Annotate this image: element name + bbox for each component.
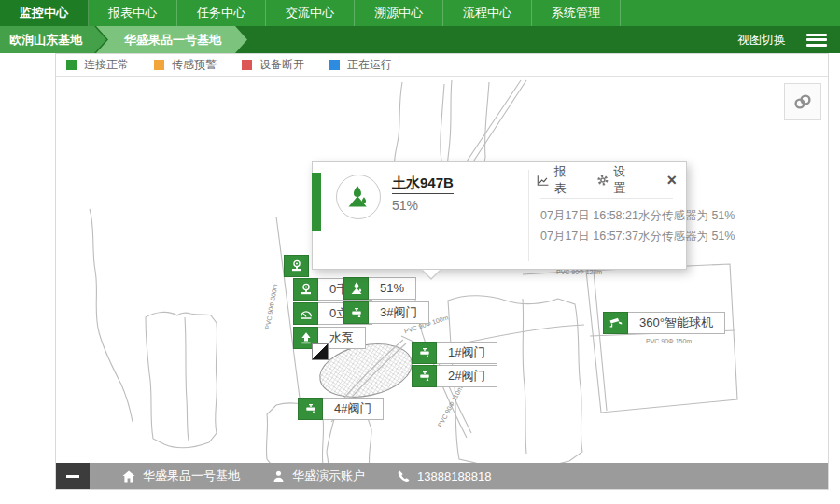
device-avatar bbox=[336, 175, 381, 219]
top-nav: 监控中心 报表中心 任务中心 交流中心 溯源中心 流程中心 系统管理 bbox=[0, 0, 840, 26]
menu-icon[interactable] bbox=[806, 34, 827, 47]
site-map[interactable]: PVC 90Φ 300m PVC 90Φ 120m PVC 90Φ 150m P… bbox=[56, 77, 828, 463]
nav-item-process-center[interactable]: 流程中心 bbox=[443, 0, 532, 26]
valve-icon bbox=[412, 342, 437, 364]
link-icon bbox=[792, 92, 813, 111]
log-line: 07月17日 16:58:21水分传感器为 51% bbox=[540, 205, 735, 226]
sensor-marker-valve3[interactable]: 3#阀门 bbox=[343, 301, 429, 324]
sensor-marker-pressure-icononly[interactable] bbox=[284, 255, 309, 277]
camera-icon bbox=[603, 312, 628, 334]
nav-item-system-manage[interactable]: 系统管理 bbox=[532, 0, 621, 26]
sensor-log: 07月17日 16:58:21水分传感器为 51% 07月17日 16:57:3… bbox=[540, 205, 735, 246]
legend-connected: 连接正常 bbox=[66, 57, 129, 73]
view-switch-button[interactable]: 视图切换 bbox=[737, 32, 786, 49]
base-info: 华盛果品一号基地 bbox=[121, 468, 240, 484]
site-map-drawing bbox=[56, 77, 828, 463]
legend-swatch-blue bbox=[329, 60, 340, 70]
sensor-label: 51% bbox=[369, 277, 416, 300]
legend-disconnected: 设备断开 bbox=[242, 57, 304, 73]
nav-item-report-center[interactable]: 报表中心 bbox=[89, 0, 177, 26]
breadcrumb-site[interactable]: 华盛果品一号基地 bbox=[96, 26, 247, 53]
valve-icon bbox=[412, 365, 437, 387]
valve-icon bbox=[298, 398, 323, 420]
phone-number: 13888188818 bbox=[417, 469, 492, 483]
home-icon bbox=[121, 469, 136, 483]
pipe-label: PVC 90Φ 120m bbox=[556, 269, 602, 275]
popup-divider bbox=[528, 170, 529, 261]
link-button[interactable] bbox=[784, 83, 821, 120]
status-bar: 华盛果品一号基地 华盛演示账户 13888188818 bbox=[56, 463, 828, 489]
actions-separator bbox=[651, 173, 651, 188]
sensor-marker-valve2[interactable]: 2#阀门 bbox=[412, 365, 497, 387]
nav-item-exchange-center[interactable]: 交流中心 bbox=[266, 0, 355, 26]
popup-accent-bar bbox=[312, 173, 321, 231]
sensor-label: 2#阀门 bbox=[437, 365, 497, 387]
device-value: 51% bbox=[392, 198, 418, 213]
legend-warning: 传感预警 bbox=[154, 57, 217, 73]
base-name: 华盛果品一号基地 bbox=[143, 468, 240, 484]
account-info: 华盛演示账户 bbox=[272, 468, 365, 484]
sensor-marker-pump[interactable]: 水泵 bbox=[293, 327, 366, 349]
minus-icon bbox=[66, 475, 79, 478]
breadcrumb-bar: 欧润山东基地 华盛果品一号基地 视图切换 bbox=[0, 26, 840, 53]
corner-flag-icon bbox=[312, 343, 329, 360]
log-line: 07月17日 16:57:37水分传感器为 51% bbox=[540, 226, 735, 246]
legend-swatch-green bbox=[66, 60, 77, 70]
nav-item-task-center[interactable]: 任务中心 bbox=[177, 0, 266, 26]
valve-icon bbox=[343, 301, 369, 324]
pressure-gauge-icon bbox=[284, 255, 309, 277]
device-name: 土水947B bbox=[392, 175, 454, 194]
phone-icon bbox=[397, 469, 411, 483]
status-legend: 连接正常 传感预警 设备断开 正在运行 bbox=[56, 54, 828, 77]
sensor-marker-camera[interactable]: 360°智能球机 bbox=[603, 312, 725, 334]
pipe-label: PVC 90Φ 150m bbox=[646, 338, 692, 344]
breadcrumb-base[interactable]: 欧润山东基地 bbox=[0, 26, 106, 53]
gear-icon bbox=[596, 173, 609, 188]
nav-item-monitor-center[interactable]: 监控中心 bbox=[0, 0, 89, 26]
sensor-marker-valve1[interactable]: 1#阀门 bbox=[412, 342, 497, 364]
popup-rule bbox=[540, 198, 673, 199]
sensor-label: 360°智能球机 bbox=[628, 312, 725, 334]
phone-info: 13888188818 bbox=[397, 469, 492, 483]
main-panel: 连接正常 传感预警 设备断开 正在运行 bbox=[55, 53, 829, 490]
legend-running: 正在运行 bbox=[329, 57, 392, 73]
sensor-label: 3#阀门 bbox=[369, 301, 429, 324]
user-icon bbox=[272, 469, 286, 483]
close-icon[interactable]: × bbox=[666, 172, 677, 189]
flow-meter-icon bbox=[293, 302, 318, 325]
chart-icon bbox=[537, 174, 550, 188]
report-button[interactable]: 报表 bbox=[537, 163, 575, 197]
sensor-marker-valve4[interactable]: 4#阀门 bbox=[298, 398, 384, 420]
legend-swatch-orange bbox=[154, 60, 164, 70]
sensor-label: 1#阀门 bbox=[437, 342, 497, 364]
sensor-marker-moisture[interactable]: 51% bbox=[343, 277, 416, 300]
soil-moisture-icon bbox=[345, 184, 371, 210]
settings-button[interactable]: 设置 bbox=[596, 163, 635, 197]
nav-item-trace-center[interactable]: 溯源中心 bbox=[355, 0, 443, 26]
legend-swatch-red bbox=[242, 60, 252, 70]
device-popup: 土水947B 51% 报表 设置 bbox=[312, 161, 687, 270]
sensor-label: 4#阀门 bbox=[323, 398, 384, 420]
collapse-button[interactable] bbox=[56, 463, 90, 489]
pressure-gauge-icon bbox=[293, 278, 318, 301]
soil-moisture-icon bbox=[343, 277, 369, 300]
account-name: 华盛演示账户 bbox=[292, 468, 365, 484]
